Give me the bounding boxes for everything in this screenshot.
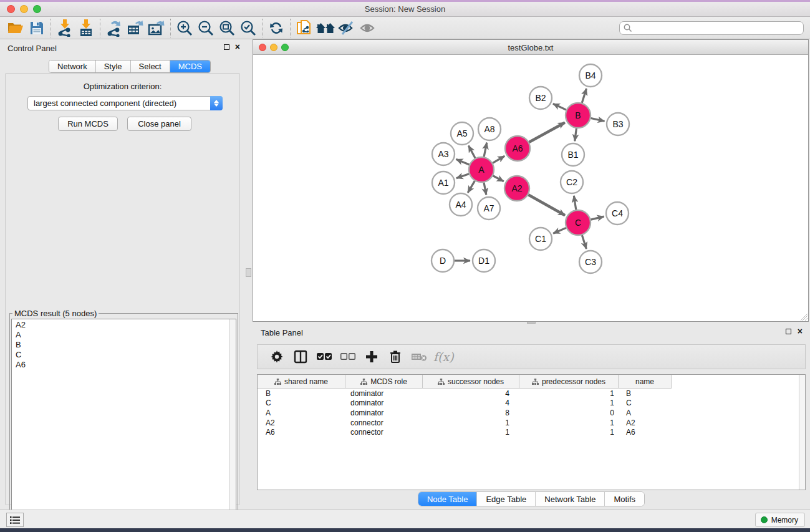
network-node-A8[interactable]: A8 [478, 118, 501, 140]
network-node-B3[interactable]: B3 [607, 113, 629, 135]
tab-network-table[interactable]: Network Table [536, 492, 605, 506]
close-table-panel-icon[interactable]: × [798, 328, 803, 334]
split-table-view-button[interactable] [289, 346, 312, 367]
function-builder-button[interactable]: f(x) [433, 350, 454, 364]
float-table-panel-icon[interactable] [786, 329, 791, 334]
home-button[interactable] [315, 18, 336, 38]
horizontal-splitter-handle[interactable] [527, 322, 536, 324]
network-node-A[interactable]: A [469, 157, 494, 182]
close-panel-icon[interactable]: × [235, 44, 240, 50]
save-session-button[interactable] [26, 18, 47, 38]
delete-table-button[interactable] [407, 346, 431, 367]
network-edge[interactable] [484, 183, 486, 195]
network-edge[interactable] [591, 118, 605, 121]
memory-button[interactable]: Memory [755, 513, 805, 527]
network-edge[interactable] [529, 123, 565, 142]
network-edge[interactable] [493, 156, 504, 163]
table-row[interactable]: Bdominator41B [258, 389, 805, 399]
zoom-fit-button[interactable] [216, 18, 238, 38]
column-header-mcds-role[interactable]: MCDS role [345, 375, 423, 389]
vertical-splitter-handle[interactable] [246, 268, 251, 277]
zoom-selected-button[interactable] [238, 18, 259, 38]
network-edge[interactable] [528, 195, 565, 215]
tab-network[interactable]: Network [49, 60, 96, 72]
task-history-button[interactable] [6, 513, 24, 527]
network-edge[interactable] [468, 181, 475, 193]
tab-motifs[interactable]: Motifs [605, 492, 644, 506]
resize-grip-icon[interactable] [799, 312, 808, 321]
network-edge[interactable] [468, 145, 475, 158]
column-header-successor-nodes[interactable]: successor nodes [423, 375, 519, 389]
column-header-shared-name[interactable]: shared name [258, 375, 345, 389]
result-list-item[interactable]: A [12, 329, 236, 339]
import-table-button[interactable] [75, 18, 97, 38]
run-mcds-button[interactable]: Run MCDS [58, 117, 118, 131]
column-header-predecessor-nodes[interactable]: predecessor nodes [519, 375, 619, 389]
duplicate-network-button[interactable] [294, 18, 315, 38]
network-edge[interactable] [456, 159, 469, 165]
network-edge[interactable] [582, 235, 586, 249]
network-edge[interactable] [574, 196, 576, 210]
network-node-A2[interactable]: A2 [504, 176, 529, 201]
export-image-button[interactable] [146, 18, 167, 38]
import-network-button[interactable] [54, 18, 75, 38]
network-node-B2[interactable]: B2 [529, 87, 552, 109]
network-node-C2[interactable]: C2 [561, 171, 583, 193]
result-list-scrollbar[interactable] [229, 319, 236, 523]
show-graphics-button[interactable] [357, 18, 378, 38]
network-node-D[interactable]: D [432, 249, 454, 272]
criterion-dropdown[interactable]: largest connected component (directed) [27, 96, 223, 110]
result-list-item[interactable]: C [12, 349, 236, 359]
table-settings-button[interactable] [265, 346, 289, 367]
network-node-B[interactable]: B [566, 103, 591, 128]
network-node-C4[interactable]: C4 [606, 202, 629, 225]
table-row[interactable]: A6connector11A6 [258, 427, 805, 437]
zoom-out-button[interactable] [195, 18, 216, 38]
network-edge[interactable] [456, 174, 469, 178]
close-panel-button[interactable]: Close panel [127, 117, 191, 131]
network-node-A1[interactable]: A1 [432, 172, 455, 194]
zoom-in-button[interactable] [174, 18, 195, 38]
refresh-button[interactable] [266, 18, 287, 38]
network-node-B1[interactable]: B1 [562, 143, 584, 166]
network-node-C[interactable]: C [566, 210, 591, 235]
table-row[interactable]: Adominator80A [258, 408, 805, 418]
table-scrollbar[interactable] [799, 375, 805, 490]
deselect-all-button[interactable] [336, 346, 360, 367]
network-node-D1[interactable]: D1 [473, 249, 495, 272]
network-node-A7[interactable]: A7 [478, 197, 500, 220]
search-input[interactable] [619, 21, 804, 35]
network-edge[interactable] [553, 104, 566, 110]
network-node-C3[interactable]: C3 [579, 251, 602, 273]
export-table-button[interactable] [125, 18, 146, 38]
network-edge[interactable] [553, 228, 566, 233]
table-row[interactable]: Cdominator41C [258, 399, 805, 409]
result-list-item[interactable]: A6 [12, 359, 236, 369]
tab-edge-table[interactable]: Edge Table [477, 492, 536, 506]
hide-graphics-button[interactable] [336, 18, 357, 38]
result-list-item[interactable]: B [12, 339, 236, 349]
tab-mcds[interactable]: MCDS [170, 60, 210, 72]
network-node-B4[interactable]: B4 [579, 64, 602, 87]
table-row[interactable]: A2connector11A2 [258, 418, 805, 428]
network-node-A4[interactable]: A4 [450, 193, 472, 216]
network-edge[interactable] [484, 143, 487, 157]
network-edge[interactable] [591, 216, 604, 220]
network-edge[interactable] [582, 89, 586, 103]
mcds-result-list[interactable]: A2ABCA6 [11, 319, 236, 523]
tab-style[interactable]: Style [96, 60, 131, 72]
select-all-button[interactable] [312, 346, 336, 367]
network-edge[interactable] [493, 176, 504, 181]
tab-node-table[interactable]: Node Table [418, 492, 478, 506]
add-column-button[interactable] [360, 346, 383, 367]
network-canvas[interactable]: AA1A2A3A4A5A6A7A8BB1B2B3B4CC1C2C3C4DD1 [253, 55, 808, 321]
export-network-button[interactable] [104, 18, 125, 38]
result-list-item[interactable]: A2 [12, 319, 236, 329]
tab-select[interactable]: Select [131, 60, 170, 72]
open-file-button[interactable] [5, 18, 26, 38]
delete-column-button[interactable] [383, 346, 407, 367]
network-node-C1[interactable]: C1 [529, 228, 552, 250]
float-panel-icon[interactable] [224, 44, 229, 50]
column-header-name[interactable]: name [619, 375, 672, 389]
network-edge[interactable] [575, 128, 577, 141]
